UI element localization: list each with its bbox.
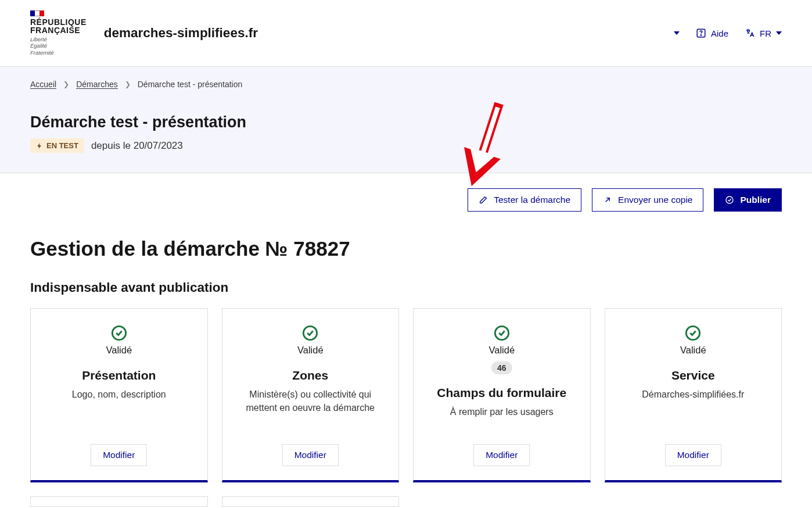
chevron-down-icon	[776, 31, 782, 35]
logo-line1: RÉPUBLIQUE	[30, 18, 87, 26]
send-copy-button[interactable]: Envoyer une copie	[592, 188, 703, 212]
language-selector[interactable]: FR	[745, 28, 782, 38]
breadcrumb: Accueil ❯ Démarches ❯ Démarche test - pr…	[30, 80, 782, 89]
arrow-up-right-icon	[603, 195, 612, 205]
card-desc: Logo, nom, description	[72, 388, 166, 401]
status-label: Validé	[297, 345, 324, 356]
modify-button[interactable]: Modifier	[473, 444, 530, 466]
breadcrumb-current: Démarche test - présentation	[138, 80, 243, 89]
card-title: Présentation	[82, 369, 156, 382]
status-label: Validé	[680, 345, 706, 356]
svg-point-1	[700, 35, 701, 35]
user-menu[interactable]	[674, 31, 680, 35]
check-circle-icon	[685, 325, 701, 341]
send-copy-label: Envoyer une copie	[618, 195, 692, 205]
cards-grid-row2	[30, 496, 782, 507]
card-desc: À remplir par les usagers	[450, 406, 554, 418]
card-title: Zones	[292, 369, 328, 382]
since-text: depuis le 20/07/2023	[91, 140, 183, 152]
card-presentation: Validé Présentation Logo, nom, descripti…	[30, 308, 208, 482]
section-heading: Indispensable avant publication	[30, 280, 782, 295]
card-champs-formulaire: Validé 46 Champs du formulaire À remplir…	[413, 308, 591, 482]
badge-label: EN TEST	[46, 141, 78, 150]
card-zones: Validé Zones Ministère(s) ou collectivit…	[222, 308, 400, 482]
card-title: Champs du formulaire	[437, 386, 566, 400]
status-label: Validé	[106, 345, 132, 356]
chevron-right-icon: ❯	[63, 80, 69, 88]
card-desc: Ministère(s) ou collectivité qui mettent…	[234, 388, 387, 414]
status-label: Validé	[488, 345, 515, 356]
card-stub	[222, 496, 400, 507]
modify-button[interactable]: Modifier	[665, 444, 721, 466]
brand-title[interactable]: demarches-simplifiees.fr	[104, 26, 258, 41]
svg-point-6	[726, 196, 733, 203]
cards-grid: Validé Présentation Logo, nom, descripti…	[30, 308, 782, 482]
tricolor-icon	[30, 10, 44, 16]
test-demarche-button[interactable]: Tester la démarche	[468, 188, 581, 212]
field-count: 46	[491, 362, 512, 374]
lang-label: FR	[760, 28, 771, 38]
card-stub	[30, 496, 208, 507]
pencil-icon	[479, 195, 488, 205]
modify-button[interactable]: Modifier	[282, 444, 339, 466]
card-desc: Démarches-simplifiées.fr	[642, 388, 744, 401]
translate-icon	[745, 28, 755, 38]
card-service: Validé Service Démarches-simplifiées.fr …	[605, 308, 782, 482]
card-title: Service	[671, 369, 715, 382]
breadcrumb-home[interactable]: Accueil	[30, 80, 56, 89]
logo-line2: FRANÇAISE	[30, 26, 87, 34]
check-circle-icon	[725, 195, 734, 205]
action-bar: Tester la démarche Envoyer une copie Pub…	[30, 188, 782, 212]
help-icon	[696, 28, 706, 38]
check-circle-icon	[111, 325, 127, 341]
gov-logo: RÉPUBLIQUE FRANÇAISE Liberté Égalité Fra…	[30, 10, 87, 56]
check-circle-icon	[494, 325, 510, 341]
main-content: Tester la démarche Envoyer une copie Pub…	[0, 173, 812, 508]
check-circle-icon	[302, 325, 318, 341]
publish-label: Publier	[740, 195, 771, 205]
bolt-icon	[36, 142, 43, 149]
chevron-down-icon	[674, 31, 680, 35]
modify-button[interactable]: Modifier	[91, 444, 147, 466]
site-header: RÉPUBLIQUE FRANÇAISE Liberté Égalité Fra…	[0, 0, 812, 67]
motto-liberte: Liberté	[30, 36, 87, 42]
main-heading: Gestion de la démarche № 78827	[30, 237, 782, 260]
breadcrumb-demarches[interactable]: Démarches	[76, 80, 118, 89]
motto-egalite: Égalité	[30, 42, 87, 49]
motto-fraternite: Fraternité	[30, 49, 87, 56]
chevron-right-icon: ❯	[125, 80, 131, 88]
page-title: Démarche test - présentation	[30, 113, 782, 131]
test-label: Tester la démarche	[494, 195, 570, 205]
help-label: Aide	[711, 28, 728, 38]
publish-button[interactable]: Publier	[714, 188, 782, 212]
status-badge: EN TEST	[30, 138, 84, 153]
context-band: Accueil ❯ Démarches ❯ Démarche test - pr…	[0, 67, 812, 173]
help-link[interactable]: Aide	[696, 28, 728, 38]
